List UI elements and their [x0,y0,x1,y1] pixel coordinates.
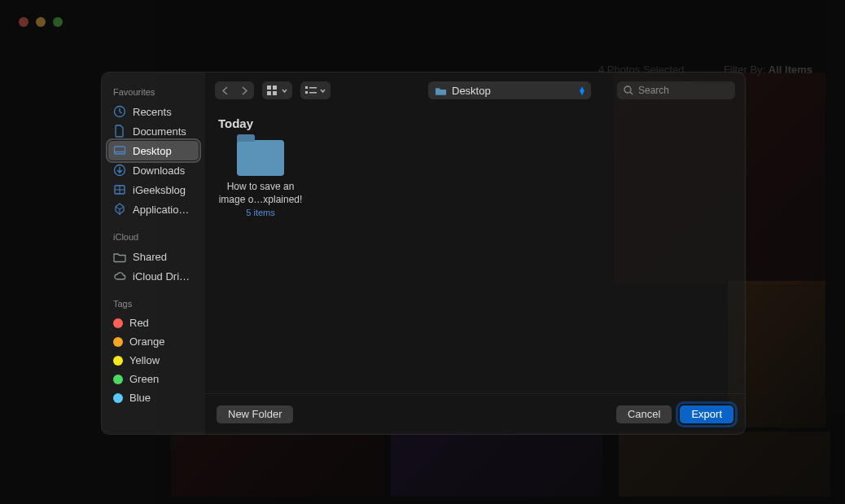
svg-rect-13 [305,91,308,94]
tag-label: Orange [129,335,164,348]
sidebar-item-label: Recents [133,106,172,118]
tag-item-red[interactable]: Red [108,313,199,332]
sidebar-item-igeeksblog[interactable]: iGeeksblog [108,180,199,199]
sidebar-item-label: iCloud Dri… [133,270,190,283]
svg-point-15 [624,86,631,93]
sidebar-item-label: Applicatio… [133,204,189,216]
sidebar-item-label: Desktop [133,145,172,157]
view-mode-select[interactable] [262,81,292,99]
location-popup[interactable]: Desktop ▲▼ [428,81,591,99]
tag-dot-icon [113,356,123,366]
section-label-icloud: iCloud [108,229,199,247]
traffic-lights[interactable] [19,17,63,27]
cancel-button[interactable]: Cancel [616,405,672,423]
svg-rect-8 [273,85,277,90]
shared-icon [113,250,126,263]
tag-dot-icon [113,337,123,347]
download-icon [113,164,126,177]
icon-view-grid-icon [267,85,278,95]
tag-item-green[interactable]: Green [108,370,199,388]
search-icon [624,85,633,95]
photo-thumbnail [391,432,602,497]
maximize-window-icon[interactable] [53,17,63,27]
svg-rect-11 [305,86,308,89]
group-mode-select[interactable] [300,81,331,99]
sidebar-item-shared[interactable]: Shared [108,247,199,266]
chevron-down-icon [282,89,287,93]
clock-icon [113,105,126,118]
photo-thumbnail [171,432,383,497]
tag-item-yellow[interactable]: Yellow [108,351,199,370]
tag-label: Blue [129,392,151,404]
sidebar-item-recents[interactable]: Recents [108,102,199,121]
sidebar-item-downloads[interactable]: Downloads [108,160,199,180]
svg-rect-10 [273,91,277,95]
section-label-tags: Tags [108,296,199,313]
tag-dot-icon [113,393,123,403]
sidebar-item-label: Downloads [133,164,185,177]
close-window-icon[interactable] [19,17,28,27]
folder-icon [435,85,447,95]
minimize-window-icon[interactable] [36,17,46,27]
tag-dot-icon [113,375,123,384]
section-label-favourites: Favourites [108,84,199,102]
icon-group-icon [305,85,317,95]
file-name: How to save an image o…xplained! [218,181,303,206]
folder-icon [113,183,126,196]
export-button[interactable]: Export [680,405,733,423]
svg-rect-9 [267,91,271,95]
sheet-sidebar: Favourites RecentsDocumentsDesktopDownlo… [102,72,205,434]
chevron-down-icon [320,89,326,93]
sidebar-item-label: Documents [133,125,186,138]
tag-label: Red [129,317,149,329]
sidebar-item-applicatio[interactable]: Applicatio… [108,199,199,219]
svg-rect-14 [309,92,317,94]
svg-rect-7 [267,85,271,90]
file-item-count: 5 items [218,208,303,217]
sidebar-item-iclouddri[interactable]: iCloud Dri… [108,266,199,286]
tag-item-blue[interactable]: Blue [108,388,199,407]
file-browser-area[interactable]: Today How to save an image o…xplained! 5… [205,108,745,393]
file-item-folder[interactable]: How to save an image o…xplained! 5 items [218,140,303,217]
sidebar-item-label: iGeeksblog [133,184,186,196]
location-label: Desktop [452,85,491,97]
sidebar-item-desktop[interactable]: Desktop [108,141,199,160]
tag-label: Yellow [129,354,160,366]
nav-back-button[interactable] [215,81,234,99]
app-icon [113,203,126,216]
nav-back-forward[interactable] [215,81,254,99]
sheet-footer: New Folder Cancel Export [205,393,745,434]
photo-thumbnail [619,432,830,497]
sidebar-item-label: Shared [133,251,167,263]
nav-forward-button[interactable] [234,81,254,99]
group-header-today: Today [218,116,732,130]
desktop-icon [113,144,126,157]
svg-rect-12 [309,87,317,89]
tag-item-orange[interactable]: Orange [108,332,199,351]
folder-icon [237,140,284,176]
popup-arrows-icon: ▲▼ [578,86,586,94]
tag-dot-icon [113,318,123,328]
cloud-icon [113,270,126,283]
sidebar-item-documents[interactable]: Documents [108,121,199,141]
svg-rect-1 [115,147,125,154]
new-folder-button[interactable]: New Folder [217,405,293,423]
export-save-sheet: Favourites RecentsDocumentsDesktopDownlo… [101,72,746,435]
tag-label: Green [129,373,159,385]
search-input[interactable]: Search [617,81,735,99]
svg-line-16 [630,92,633,94]
sheet-toolbar: Desktop ▲▼ Search [205,72,745,108]
doc-icon [113,125,126,138]
